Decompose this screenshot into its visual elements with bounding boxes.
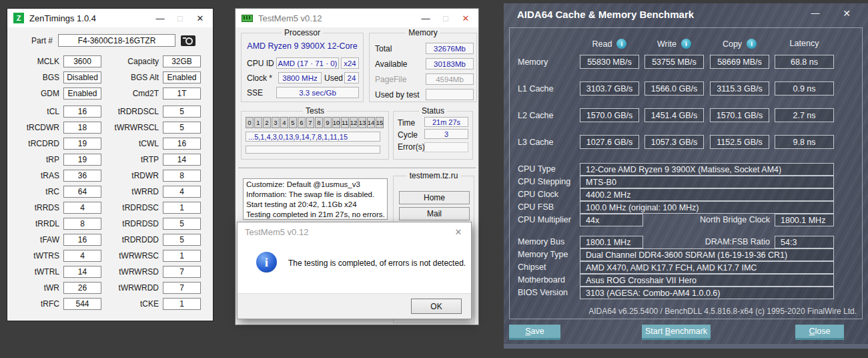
timing-value: 4	[163, 186, 201, 198]
timing-row: tRC 64 tWRRD 4	[15, 186, 205, 198]
cpu-id-value: AMD (17 · 71 · 0)	[276, 57, 339, 69]
used-threads-label: Used	[324, 73, 343, 83]
timing-label: tRRDL	[15, 219, 63, 228]
timing-row: tFAW 16 tRDRDDD 5	[15, 234, 205, 246]
info-icon[interactable]	[747, 39, 757, 49]
dram-fsb-ratio-label: DRAM:FSB Ratio	[657, 237, 770, 246]
cpu-id-label: CPU ID	[247, 59, 274, 68]
test-sequence-field: ...5,1,4,3,0,13,9,14,7,8,1,11,15	[246, 132, 380, 142]
timing-row: tRRDS 4 tRDRDSC 1	[15, 202, 205, 214]
zentimings-app-icon: Z	[13, 13, 24, 23]
benchmark-panel: Read Write Copy Latency Memory 55830 MB/…	[509, 27, 863, 319]
chipset-label: Chipset	[518, 262, 546, 272]
minimize-button[interactable]: —	[808, 8, 823, 20]
copy-column-header: Copy	[710, 39, 769, 49]
memory-row-label: Memory	[518, 57, 548, 67]
timing-row: tRFC 544 tCKE 1	[15, 298, 205, 310]
zentimings-titlebar: Z ZenTimings 1.0.4 — □ ✕	[7, 9, 213, 27]
read-header-label: Read	[592, 39, 612, 49]
test-button-12[interactable]: 12	[350, 117, 358, 128]
close-benchmark-button[interactable]: Close	[795, 325, 844, 340]
links-group-label: testmem.tz.ru	[407, 171, 461, 180]
timing-row: tRCDWR 18 tWRWRSCL 5	[15, 122, 205, 134]
ram-stick-icon	[242, 15, 253, 22]
cpu-fsb-label: CPU FSB	[518, 202, 554, 212]
test-button-13[interactable]: 13	[358, 117, 366, 128]
test-button-11[interactable]: 11	[341, 117, 349, 128]
timing-value: 8	[163, 170, 201, 182]
ok-button[interactable]: OK	[411, 299, 462, 314]
test-button-3[interactable]: 3	[272, 117, 280, 128]
memory-total-label: Total	[375, 44, 392, 53]
chipset-value: AMD X470, AMD K17.7 FCH, AMD K17.7 IMC	[580, 261, 834, 274]
timing-label: tRCDWR	[15, 123, 63, 132]
l3-row-label: L3 Cache	[518, 138, 554, 147]
tests-group-label: Tests	[303, 106, 327, 116]
timing-value: 1	[163, 202, 201, 214]
test-button-5[interactable]: 5	[289, 117, 297, 128]
test-button-10[interactable]: 10	[332, 117, 340, 128]
close-button[interactable]: ✕	[190, 10, 210, 26]
home-button[interactable]: Home	[399, 191, 470, 204]
save-button[interactable]: Save	[509, 325, 560, 340]
read-column-header: Read	[580, 39, 639, 49]
timing-value: Enabled	[163, 71, 201, 83]
version-footer: AIDA64 v6.25.5400 / BenchDLL 4.5.816.8-x…	[510, 307, 862, 316]
close-button[interactable]: ✕	[839, 8, 854, 20]
timing-label: tRDWR	[101, 171, 163, 180]
close-button-accel: C	[809, 327, 815, 336]
info-row: GDM Enabled Cmd2T 1T	[15, 87, 205, 100]
info-icon[interactable]	[681, 39, 691, 49]
test-button-15[interactable]: 15	[376, 117, 384, 128]
log-line: Start testing at 20:42, 1.1Gb x24	[246, 200, 384, 210]
zentimings-window: Z ZenTimings 1.0.4 — □ ✕ Part # F4-3600C…	[7, 8, 213, 321]
test-button-2[interactable]: 2	[263, 117, 271, 128]
timing-value: Disabled	[63, 71, 101, 83]
dialog-titlebar: TestMem5 v0.12 ✕	[238, 222, 471, 241]
timing-label: tRDRDDD	[101, 235, 163, 244]
log-line: Information: The swap file is disabled.	[246, 190, 384, 200]
memory-write-value: 53755 MB/s	[644, 55, 704, 69]
close-icon[interactable]: ✕	[448, 224, 468, 240]
memory-type-value: Dual Channel DDR4-3600 SDRAM (16-19-19-3…	[580, 248, 834, 261]
processor-groupbox: Processor AMD Ryzen 9 3900X 12-Core CPU …	[241, 33, 364, 102]
memory-read-value: 55830 MB/s	[580, 55, 639, 69]
cycle-label: Cycle	[398, 130, 418, 140]
test-button-0[interactable]: 0	[246, 117, 254, 128]
test-button-6[interactable]: 6	[298, 117, 306, 128]
cpu-multiplier-label: CPU Multiplier	[518, 215, 571, 224]
clock-value: 3800 MHz	[278, 72, 322, 83]
minimize-button[interactable]: —	[150, 10, 170, 26]
minimize-button[interactable]: —	[416, 10, 436, 26]
l2-latency-value: 2.7 ns	[775, 108, 834, 122]
test-button-14[interactable]: 14	[367, 117, 375, 128]
info-icon[interactable]	[616, 39, 626, 49]
close-button[interactable]: ✕	[456, 10, 476, 26]
test-button-7[interactable]: 7	[306, 117, 314, 128]
test-button-1[interactable]: 1	[254, 117, 262, 128]
aida64-window-title: AIDA64 Cache & Memory Benchmark	[517, 9, 694, 20]
timing-value: 19	[63, 138, 101, 150]
status-group-label: Status	[419, 106, 447, 116]
timing-value: 16	[63, 234, 101, 246]
mail-button[interactable]: Mail	[399, 207, 470, 220]
memory-used-by-test-label: Used by test	[375, 90, 420, 100]
part-number-field[interactable]: F4-3600C18-16GTZR	[58, 34, 175, 47]
timing-row: tWTRS 4 tWRWRSC 1	[15, 250, 205, 262]
maximize-button: □	[170, 10, 190, 26]
timing-row: tRRDL 8 tRDRDSD 5	[15, 218, 205, 230]
status-groupbox: Status Time 21m 27s Cycle 3 Error(s)	[393, 111, 473, 160]
timing-label: tWRWRSCL	[101, 123, 163, 132]
timing-value: 8	[63, 218, 101, 230]
test-button-8[interactable]: 8	[315, 117, 323, 128]
timing-label: tWTRS	[15, 251, 63, 260]
timing-label: tWRWRSD	[101, 267, 163, 277]
info-row: BGS Disabled BGS Alt Enabled	[15, 71, 205, 83]
timing-row: tWTRL 14 tWRWRSD 7	[15, 266, 205, 278]
start-button-rest: enchmark	[671, 327, 707, 336]
screenshot-camera-button[interactable]	[181, 35, 195, 46]
bios-version-label: BIOS Version	[518, 288, 568, 297]
test-button-9[interactable]: 9	[324, 117, 332, 128]
test-button-4[interactable]: 4	[280, 117, 288, 128]
start-benchmark-button[interactable]: Start Benchmark	[642, 325, 711, 340]
